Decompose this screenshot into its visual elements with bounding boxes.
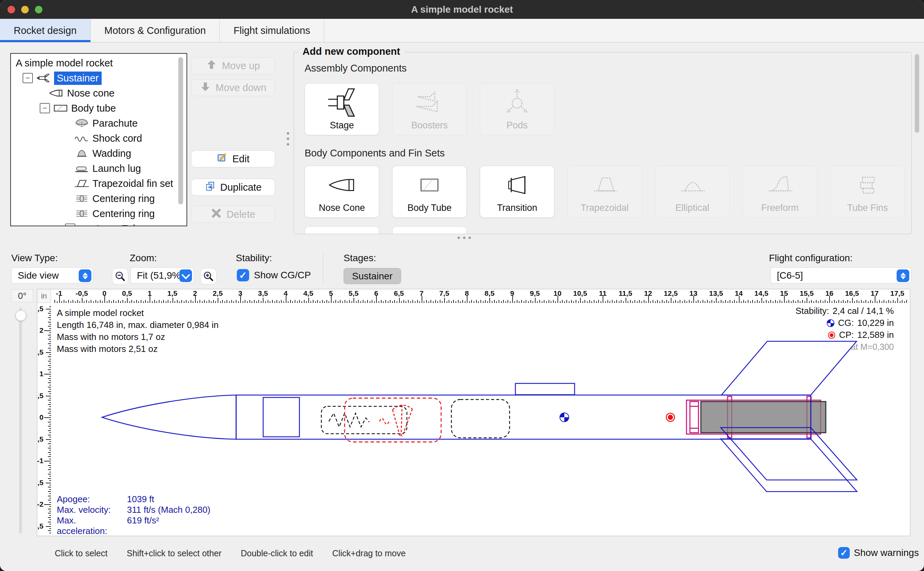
wad-icon — [74, 148, 90, 158]
component-card-pods: Pods — [480, 83, 554, 135]
duplicate-button[interactable]: Duplicate — [191, 179, 275, 196]
tree-item-label: Centering ring — [92, 208, 155, 219]
rocket-mass-empty: Mass with no motors 1,7 oz — [57, 331, 219, 343]
component-card-tube-fins: Tube Fins — [830, 166, 905, 218]
zoom-select[interactable]: Fit (51,9%) — [130, 267, 194, 284]
flight-config-value: [C6-5] — [777, 270, 803, 281]
delete-button[interactable]: Delete — [191, 206, 275, 223]
rotation-angle-field[interactable]: 0° — [11, 289, 33, 302]
stage-toggle-sustainer[interactable]: Sustainer — [343, 268, 401, 284]
arrow-up-icon — [206, 59, 217, 73]
tree-item-label: Trapezoidal fin set — [92, 178, 173, 189]
tree-scrollbar[interactable] — [178, 57, 183, 204]
tree-item-centering-ring[interactable]: Centering ring — [11, 191, 186, 206]
tree-item-inner-tube[interactable]: −Inner Tube — [11, 221, 186, 226]
tab-rocket-design[interactable]: Rocket design — [0, 19, 91, 42]
dup-icon — [205, 181, 216, 194]
card-label: Pods — [480, 120, 554, 131]
card-label: Stage — [305, 120, 379, 131]
tree-item-a-simple-model-rocket[interactable]: A simple model rocket — [11, 56, 186, 71]
flight-value: 619 ft/s² — [127, 515, 159, 536]
rotation-slider-track[interactable] — [19, 307, 22, 533]
vertical-splitter-grip[interactable] — [287, 132, 289, 145]
component-card-stage[interactable]: Stage — [305, 83, 379, 135]
tree-item-body-tube[interactable]: −Body tube — [11, 101, 186, 116]
tree-expander-icon[interactable]: − — [65, 224, 75, 226]
component-card-partial — [305, 226, 379, 234]
app-window: A simple model rocket Rocket designMotor… — [0, 0, 924, 571]
rocket-canvas[interactable]: -1-0,500,511,522,533,544,555,566,577,588… — [37, 289, 910, 536]
wadding-outline — [451, 400, 510, 438]
card-label: Nose Cone — [305, 203, 379, 213]
cord-icon — [74, 134, 90, 143]
tab-flight-simulations[interactable]: Flight simulations — [220, 19, 324, 42]
toolbar-divider — [323, 253, 323, 283]
tree-item-shock-cord[interactable]: Shock cord — [11, 131, 186, 146]
chute-icon — [74, 119, 90, 128]
cg-value: 10,229 in — [857, 318, 894, 328]
card-label: Freeform — [743, 203, 817, 213]
tree-expander-icon[interactable]: − — [40, 103, 50, 113]
component-card-elliptical: Elliptical — [655, 166, 730, 218]
card-label: Transition — [480, 203, 554, 213]
show-cgcp-checkbox[interactable]: ✓ — [237, 269, 249, 281]
flight-value: 311 ft/s (Mach 0,280) — [127, 505, 211, 515]
edit-button[interactable]: Edit — [191, 150, 275, 167]
view-type-select[interactable]: Side view — [11, 267, 94, 284]
stability-label: Stability: — [236, 253, 272, 264]
zoom-in-button[interactable] — [200, 268, 217, 284]
component-card-transition[interactable]: Transition — [480, 166, 554, 218]
minimize-window-button[interactable] — [21, 6, 29, 13]
component-card-body-tube[interactable]: Body Tube — [392, 166, 467, 218]
tree-item-nose-cone[interactable]: Nose cone — [11, 86, 186, 101]
tree-item-launch-lug[interactable]: Launch lug — [11, 161, 186, 176]
tree-item-wadding[interactable]: Wadding — [11, 146, 186, 161]
move-up-button[interactable]: Move up — [191, 57, 275, 74]
tree-item-centering-ring[interactable]: Centering ring — [11, 206, 186, 221]
panel-scrollbar[interactable] — [915, 54, 919, 133]
ring-icon — [74, 194, 90, 203]
tab-motors-configuration[interactable]: Motors & Configuration — [91, 19, 220, 42]
nose-icon — [49, 88, 64, 98]
rocket-name: A simple model rocket — [57, 307, 219, 319]
component-card-nose-cone[interactable]: Nose Cone — [305, 166, 379, 218]
c-free-icon — [763, 169, 797, 201]
tree-expander-icon[interactable]: − — [23, 73, 33, 83]
hint-text: Double-click to edit — [240, 548, 313, 558]
zoom-out-button[interactable] — [112, 268, 128, 284]
button-label: Move down — [216, 82, 266, 93]
cp-label: CP: — [839, 330, 854, 340]
c-trap-icon — [588, 169, 622, 201]
c-tube-icon — [413, 169, 447, 201]
button-label: Edit — [233, 153, 249, 165]
nose-cone-outline — [102, 395, 236, 439]
cp-icon — [827, 331, 836, 339]
show-warnings-checkbox[interactable]: ✓ — [838, 547, 850, 559]
card-label: Elliptical — [655, 203, 729, 213]
stages-label: Stages: — [343, 253, 376, 264]
section-label: Body Components and Fin Sets — [305, 148, 445, 159]
cg-icon — [827, 319, 835, 327]
flight-label: Max. velocity: — [57, 505, 127, 515]
show-cgcp-label: Show CG/CP — [254, 270, 311, 281]
zoom-window-button[interactable] — [35, 6, 42, 13]
horizontal-splitter-grip[interactable] — [457, 236, 471, 239]
tree-item-trapezoidal-fin-set[interactable]: Trapezoidal fin set — [11, 176, 186, 191]
shock-cord-outline — [321, 406, 407, 434]
move-down-button[interactable]: Move down — [191, 79, 275, 96]
flight-label: Apogee: — [57, 494, 127, 505]
cp-marker — [666, 413, 675, 421]
rotation-slider-knob[interactable] — [15, 310, 26, 321]
flight-config-select[interactable]: [C6-5] — [770, 267, 911, 284]
component-tree[interactable]: A simple model rocket−SustainerNose cone… — [10, 53, 187, 226]
close-window-button[interactable] — [8, 6, 15, 13]
tree-item-parachute[interactable]: Parachute — [11, 116, 186, 131]
tree-item-label: Body tube — [71, 103, 116, 114]
lug-icon — [74, 164, 90, 173]
tree-item-sustainer[interactable]: −Sustainer — [11, 71, 186, 86]
tree-item-label: Launch lug — [92, 163, 141, 174]
show-warnings-label: Show warnings — [854, 547, 919, 558]
stepper-icon — [79, 269, 91, 282]
zoom-label: Zoom: — [130, 253, 157, 264]
inner-icon — [78, 224, 94, 226]
